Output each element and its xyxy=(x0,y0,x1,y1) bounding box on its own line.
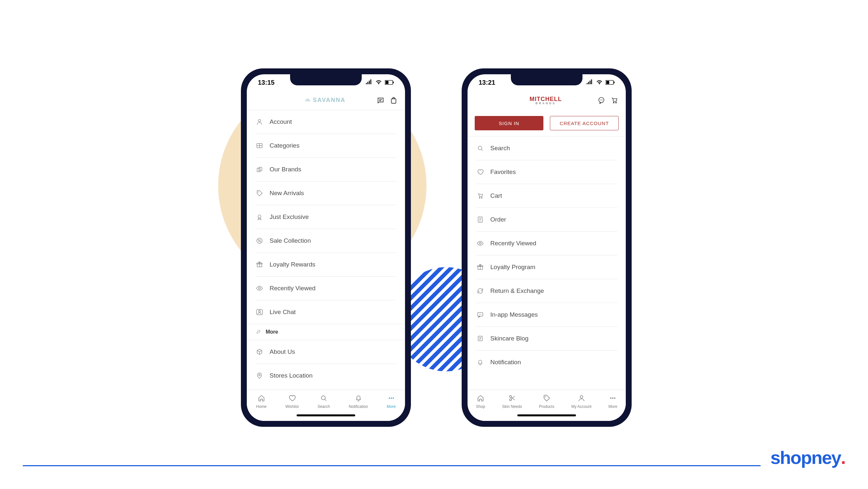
shopney-logo: shopney. xyxy=(761,447,845,468)
heart-icon xyxy=(476,168,485,176)
svg-point-12 xyxy=(260,241,261,242)
menu-item-new-arrivals[interactable]: New Arrivals xyxy=(247,181,405,205)
menu-item-stores-location[interactable]: Stores Location xyxy=(247,364,405,387)
tab-label: Wishlist xyxy=(285,404,299,409)
menu-item-label: About Us xyxy=(270,348,295,355)
rosette-icon xyxy=(255,213,264,221)
percent-icon xyxy=(255,236,264,245)
menu-item-return-exchange[interactable]: Return & Exchange xyxy=(468,279,626,303)
phone-notch xyxy=(290,74,362,85)
menu-item-about-us[interactable]: About Us xyxy=(247,340,405,364)
svg-rect-2 xyxy=(393,82,394,83)
status-time: 13:15 xyxy=(258,79,275,86)
bell-icon xyxy=(476,358,485,367)
doc-icon xyxy=(476,334,485,343)
tag-icon xyxy=(542,394,551,402)
svg-point-4 xyxy=(258,120,260,122)
menu-item-recently-viewed[interactable]: Recently Viewed xyxy=(247,277,405,300)
cart-icon[interactable] xyxy=(610,96,619,105)
menu-item-label: Loyalty Program xyxy=(490,264,535,271)
home-icon xyxy=(476,394,485,402)
svg-point-36 xyxy=(479,242,481,244)
menu-item-search[interactable]: Search xyxy=(468,137,626,160)
svg-point-22 xyxy=(393,398,394,399)
tag-icon xyxy=(255,189,264,197)
svg-point-27 xyxy=(600,100,601,100)
more-section-header: More xyxy=(247,324,405,340)
menu-item-label: Skincare Blog xyxy=(490,335,528,342)
svg-point-32 xyxy=(478,146,482,150)
tab-products[interactable]: Products xyxy=(539,394,554,409)
chat-icon[interactable] xyxy=(597,96,606,105)
svg-point-18 xyxy=(259,374,260,376)
tab-label: Skin Needs xyxy=(502,404,522,409)
menu-item-live-chat[interactable]: Live Chat xyxy=(247,300,405,324)
sign-in-button[interactable]: SIGN IN xyxy=(475,116,544,130)
svg-point-46 xyxy=(545,397,546,398)
cube-icon xyxy=(255,348,264,356)
home-indicator xyxy=(297,414,355,416)
menu-item-loyalty-program[interactable]: Loyalty Program xyxy=(468,255,626,279)
svg-point-8 xyxy=(258,192,259,193)
svg-rect-6 xyxy=(257,168,260,172)
scissors-icon xyxy=(508,394,516,402)
tab-more[interactable]: More xyxy=(609,394,617,409)
menu-item-cart[interactable]: Cart xyxy=(468,184,626,207)
menu-item-label: Order xyxy=(490,216,506,223)
menu-item-skincare-blog[interactable]: Skincare Blog xyxy=(468,327,626,350)
search-icon xyxy=(319,394,328,402)
menu-item-sale-collection[interactable]: Sale Collection xyxy=(247,229,405,253)
menu-item-our-brands[interactable]: Our Brands xyxy=(247,158,405,181)
menu-item-loyalty-rewards[interactable]: Loyalty Rewards xyxy=(247,253,405,276)
menu-item-label: Sale Collection xyxy=(270,237,311,244)
tab-wishlist[interactable]: Wishlist xyxy=(285,394,299,409)
tab-skin-needs[interactable]: Skin Needs xyxy=(502,394,522,409)
menu-item-label: New Arrivals xyxy=(270,190,304,197)
battery-icon xyxy=(385,80,394,85)
menu-item-just-exclusive[interactable]: Just Exclusive xyxy=(247,205,405,229)
tab-my-account[interactable]: My Account xyxy=(571,394,592,409)
leaf-icon xyxy=(255,329,261,335)
menu-item-label: Categories xyxy=(270,142,300,149)
tab-shop[interactable]: Shop xyxy=(476,394,485,409)
menu-item-label: Account xyxy=(270,118,292,125)
eye-icon xyxy=(476,239,485,248)
dots-icon xyxy=(609,394,617,402)
gift-icon xyxy=(476,263,485,271)
tab-search[interactable]: Search xyxy=(317,394,330,409)
menu-item-label: Favorites xyxy=(490,168,516,176)
phone-mockup-savanna: 13:15 SAVANNA xyxy=(241,68,411,427)
tab-label: Shop xyxy=(476,404,485,409)
tab-more[interactable]: More xyxy=(387,394,396,409)
svg-rect-24 xyxy=(606,81,609,84)
tab-label: Products xyxy=(539,404,554,409)
phone-mockup-mitchell: 13:21 MITCHELL BRANDS xyxy=(462,68,632,427)
menu-item-label: Notification xyxy=(490,359,521,366)
svg-point-11 xyxy=(258,239,259,240)
menu-item-label: Return & Exchange xyxy=(490,287,544,294)
menu-item-label: Recently Viewed xyxy=(270,285,315,292)
menu-item-notification[interactable]: Notification xyxy=(468,350,626,374)
menu-item-recently-viewed[interactable]: Recently Viewed xyxy=(468,232,626,255)
messages-icon[interactable] xyxy=(376,96,385,105)
menu-item-favorites[interactable]: Favorites xyxy=(468,160,626,184)
battery-icon xyxy=(606,80,615,85)
app-header: SAVANNA xyxy=(247,91,405,110)
mitchell-logo: MITCHELL BRANDS xyxy=(530,96,562,105)
tab-label: My Account xyxy=(571,404,592,409)
bell-icon xyxy=(354,394,363,402)
create-account-button[interactable]: CREATE ACCOUNT xyxy=(550,116,619,130)
menu-item-categories[interactable]: Categories xyxy=(247,134,405,157)
menu-item-label: Stores Location xyxy=(270,372,313,379)
bag-multi-icon xyxy=(255,165,264,174)
bag-icon[interactable] xyxy=(390,96,398,105)
tab-home[interactable]: Home xyxy=(256,394,267,409)
eye-icon xyxy=(255,284,264,292)
phone-notch xyxy=(511,74,583,85)
wifi-icon xyxy=(596,79,603,86)
menu-item-account[interactable]: Account xyxy=(247,110,405,134)
menu-item-order[interactable]: Order xyxy=(468,208,626,231)
grid-icon xyxy=(255,141,264,150)
menu-item-in-app-messages[interactable]: In-app Messages xyxy=(468,303,626,326)
tab-notification[interactable]: Notification xyxy=(349,394,368,409)
